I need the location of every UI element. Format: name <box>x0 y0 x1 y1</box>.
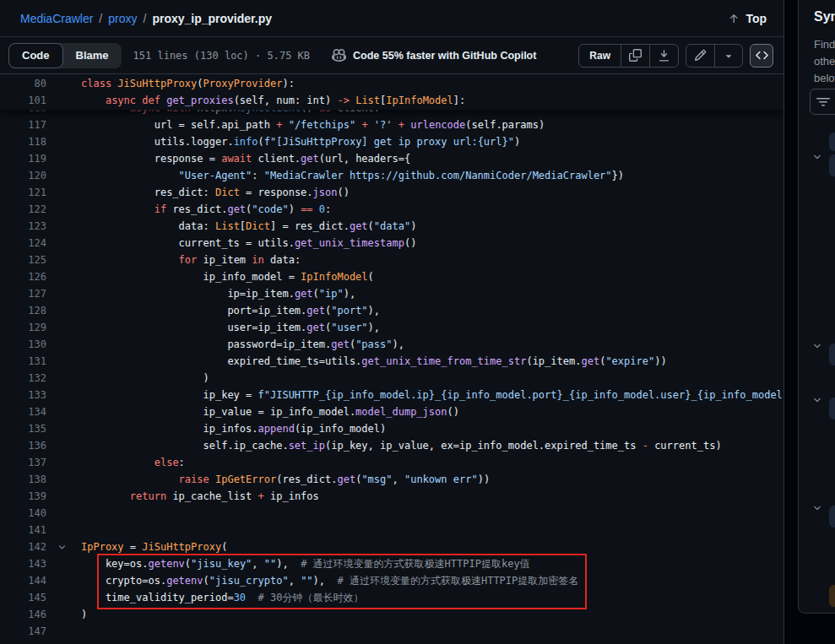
line-number[interactable]: 145 <box>0 589 46 606</box>
tab-blame[interactable]: Blame <box>63 49 122 62</box>
symbol-chip[interactable] <box>829 154 835 176</box>
line-number[interactable]: 146 <box>0 606 46 623</box>
code-line: 132 ) <box>0 370 783 387</box>
chevron-down-icon[interactable] <box>812 152 822 162</box>
fold-gutter <box>46 302 81 319</box>
line-number[interactable]: 123 <box>0 218 46 235</box>
fold-gutter <box>46 437 81 454</box>
code-line: 101 async def get_proxies(self, num: int… <box>0 92 783 109</box>
copy-raw-button[interactable] <box>621 45 650 67</box>
arrow-up-icon <box>728 13 740 24</box>
line-number[interactable]: 147 <box>0 623 46 640</box>
code-line: 120 "User-Agent": "MediaCrawler https://… <box>0 167 783 184</box>
line-number[interactable]: 101 <box>0 92 46 109</box>
raw-button[interactable]: Raw <box>579 45 621 67</box>
line-number[interactable]: 144 <box>0 572 46 589</box>
toolbar-actions: Raw <box>578 44 773 68</box>
fold-toggle[interactable] <box>46 538 81 555</box>
code-text: IpProxy = JiSuHttpProxy( <box>81 538 227 555</box>
fold-gutter <box>46 336 81 353</box>
code-text: for ip_item in data: <box>81 252 301 268</box>
file-view: MediaCrawler / proxy / proxy_ip_provider… <box>0 0 784 644</box>
code-line: 136 self.ip_cache.set_ip(ip_key, ip_valu… <box>0 437 783 454</box>
fold-gutter <box>46 167 81 184</box>
code-text: async def get_proxies(self, num: int) ->… <box>81 92 465 109</box>
line-number[interactable]: 126 <box>0 268 46 285</box>
line-number[interactable]: 134 <box>0 403 46 420</box>
code-line: 129 user=ip_item.get("user"), <box>0 319 783 336</box>
code-line: 119 response = await client.get(url, hea… <box>0 150 783 167</box>
symbols-pane-toggle-button[interactable] <box>750 44 773 68</box>
fold-gutter <box>46 387 81 403</box>
fold-gutter <box>46 454 81 471</box>
breadcrumb-folder-link[interactable]: proxy <box>108 12 137 25</box>
symbol-chip[interactable] <box>829 506 835 528</box>
code-line: 126 ip_info_model = IpInfoModel( <box>0 268 783 285</box>
code-text: data: List[Dict] = res_dict.get("data") <box>81 218 416 235</box>
breadcrumb: MediaCrawler / proxy / proxy_ip_provider… <box>0 0 783 37</box>
symbol-chip[interactable] <box>829 133 835 151</box>
fold-gutter <box>46 488 81 505</box>
code-line: 128 port=ip_item.get("port"), <box>0 302 783 319</box>
fold-gutter <box>46 116 81 133</box>
line-number[interactable]: 142 <box>0 538 46 555</box>
fold-gutter <box>46 235 81 252</box>
caret-down-icon <box>723 50 735 62</box>
symbol-chip[interactable] <box>829 398 835 419</box>
line-number[interactable]: 124 <box>0 235 46 252</box>
breadcrumb-repo-link[interactable]: MediaCrawler <box>20 12 93 25</box>
annotation-box <box>97 554 587 609</box>
back-to-top-link[interactable]: Top <box>728 12 767 25</box>
code-line: 117 url = self.api_path + "/fetchips" + … <box>0 116 783 133</box>
fold-gutter <box>46 319 81 336</box>
download-button[interactable] <box>650 45 678 67</box>
tab-code[interactable]: Code <box>8 43 63 68</box>
line-number[interactable]: 140 <box>0 505 46 522</box>
edit-dropdown-button[interactable] <box>715 45 742 67</box>
line-number[interactable]: 133 <box>0 387 46 403</box>
code-line: 130 password=ip_item.get("pass"), <box>0 336 783 353</box>
line-number[interactable]: 131 <box>0 353 46 370</box>
line-number[interactable]: 125 <box>0 252 46 268</box>
symbols-filter-input[interactable] <box>810 89 835 115</box>
code-line: 80class JiSuHttpProxy(ProxyProvider): <box>0 75 783 92</box>
line-number[interactable]: 121 <box>0 184 46 201</box>
code-line: 142IpProxy = JiSuHttpProxy( <box>0 538 783 555</box>
line-number[interactable]: 138 <box>0 471 46 488</box>
line-number[interactable]: 122 <box>0 201 46 218</box>
fold-gutter <box>46 623 81 640</box>
chevron-down-icon[interactable] <box>812 503 822 513</box>
line-number[interactable]: 120 <box>0 167 46 184</box>
line-number[interactable]: 136 <box>0 437 46 454</box>
symbols-panel-title: Sym <box>814 9 835 24</box>
code-text: current_ts = utils.get_unix_timestamp() <box>81 235 416 252</box>
code-text: raise IpGetError(res_dict.get("msg", "un… <box>81 471 490 488</box>
line-number[interactable]: 127 <box>0 285 46 302</box>
line-number[interactable]: 118 <box>0 133 46 150</box>
code-text: user=ip_item.get("user"), <box>81 319 380 336</box>
line-number[interactable]: 137 <box>0 454 46 471</box>
line-number[interactable]: 130 <box>0 336 46 353</box>
symbol-chip[interactable] <box>829 344 835 365</box>
line-number[interactable]: 128 <box>0 302 46 319</box>
copy-icon <box>629 49 642 62</box>
line-number[interactable]: 129 <box>0 319 46 336</box>
line-number[interactable]: 141 <box>0 522 46 538</box>
code-text: response = await client.get(url, headers… <box>81 150 410 167</box>
symbol-chip[interactable] <box>829 585 835 607</box>
fold-gutter <box>46 184 81 201</box>
line-number[interactable]: 119 <box>0 150 46 167</box>
chevron-down-icon[interactable] <box>812 395 822 405</box>
line-number[interactable]: 117 <box>0 116 46 133</box>
line-number[interactable]: 80 <box>0 75 46 92</box>
fold-gutter <box>46 606 81 623</box>
fold-gutter <box>46 268 81 285</box>
line-number[interactable]: 139 <box>0 488 46 505</box>
line-number[interactable]: 135 <box>0 420 46 437</box>
line-number[interactable]: 132 <box>0 370 46 387</box>
file-toolbar: Code Blame 151 lines (130 loc) · 5.75 KB… <box>0 37 783 74</box>
line-number[interactable]: 143 <box>0 555 46 572</box>
code-text: ip_infos.append(ip_info_model) <box>81 420 386 437</box>
edit-button[interactable] <box>686 45 715 67</box>
chevron-down-icon[interactable] <box>812 341 822 351</box>
